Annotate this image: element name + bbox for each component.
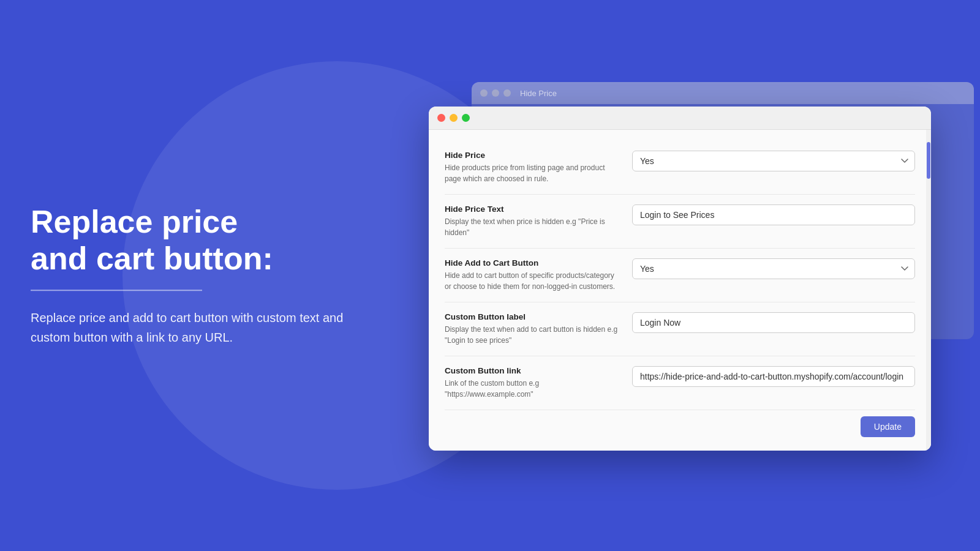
hide-price-row: Hide Price Hide products price from list…: [445, 141, 915, 195]
window-body: Hide Price Hide products price from list…: [429, 130, 931, 451]
bg-window-titlebar: Hide Price: [472, 82, 974, 104]
custom-button-label-control[interactable]: [632, 312, 915, 333]
custom-button-label-input[interactable]: [632, 312, 915, 333]
right-panel: Hide Price Hide Price Hide products pric…: [429, 100, 962, 451]
page-title: Replace price and cart button:: [31, 204, 349, 277]
hide-price-label-group: Hide Price Hide products price from list…: [445, 151, 622, 184]
update-button[interactable]: Update: [861, 416, 915, 437]
left-panel: Replace price and cart button: Replace p…: [31, 204, 349, 347]
hide-price-text-row: Hide Price Text Display the text when pr…: [445, 195, 915, 249]
hide-cart-label: Hide Add to Cart Button: [445, 258, 622, 268]
hide-cart-control[interactable]: Yes No: [632, 258, 915, 279]
window-titlebar: [429, 107, 931, 130]
custom-button-label-desc: Display the text when add to cart button…: [445, 324, 622, 346]
custom-button-link-label-group: Custom Button link Link of the custom bu…: [445, 366, 622, 400]
custom-button-link-desc: Link of the custom button e.g "https://w…: [445, 378, 622, 400]
minimize-dot[interactable]: [450, 114, 458, 122]
bg-dot-3: [503, 89, 511, 97]
scroll-thumb[interactable]: [927, 142, 930, 179]
hide-price-text-label-group: Hide Price Text Display the text when pr…: [445, 204, 622, 238]
custom-button-link-row: Custom Button link Link of the custom bu…: [445, 356, 915, 410]
custom-button-link-label: Custom Button link: [445, 366, 622, 375]
hide-price-text-desc: Display the text when price is hidden e.…: [445, 216, 622, 238]
hide-cart-desc: Hide add to cart button of specific prod…: [445, 270, 622, 292]
main-window: Hide Price Hide products price from list…: [429, 107, 931, 451]
hide-price-select[interactable]: Yes No: [632, 151, 915, 171]
custom-button-label-group: Custom Button label Display the text whe…: [445, 312, 622, 346]
hide-price-text-control[interactable]: [632, 204, 915, 225]
hide-cart-label-group: Hide Add to Cart Button Hide add to cart…: [445, 258, 622, 292]
hide-price-control[interactable]: Yes No: [632, 151, 915, 171]
custom-button-link-input[interactable]: [632, 366, 915, 387]
bg-dot-1: [480, 89, 488, 97]
bg-dot-2: [492, 89, 499, 97]
maximize-dot[interactable]: [462, 114, 470, 122]
custom-button-link-control[interactable]: [632, 366, 915, 387]
hide-cart-select[interactable]: Yes No: [632, 258, 915, 279]
hide-price-label: Hide Price: [445, 151, 622, 160]
page-description: Replace price and add to cart button wit…: [31, 308, 349, 347]
scroll-indicator: [926, 130, 931, 451]
form-footer: Update: [445, 410, 915, 437]
hide-cart-row: Hide Add to Cart Button Hide add to cart…: [445, 249, 915, 302]
custom-button-label-label: Custom Button label: [445, 312, 622, 321]
hide-price-text-input[interactable]: [632, 204, 915, 225]
hide-price-desc: Hide products price from listing page an…: [445, 162, 622, 184]
custom-button-label-row: Custom Button label Display the text whe…: [445, 302, 915, 356]
close-dot[interactable]: [437, 114, 445, 122]
bg-window-title: Hide Price: [520, 89, 557, 98]
hide-price-text-label: Hide Price Text: [445, 204, 622, 214]
title-divider: [31, 290, 202, 291]
